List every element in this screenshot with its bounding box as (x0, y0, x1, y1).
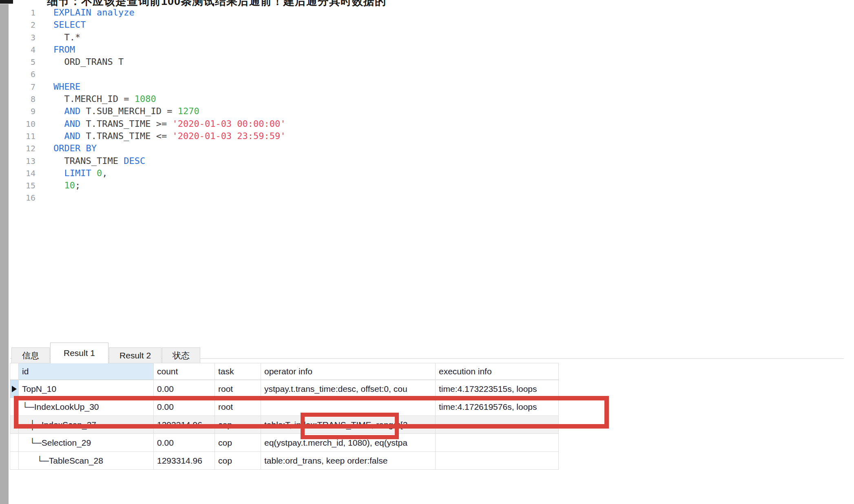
editor-line[interactable]: 10 AND T.TRANS_TIME >= '2020-01-03 00:00… (10, 118, 842, 130)
code-token (91, 168, 97, 178)
editor-line[interactable]: 1EXPLAIN analyze (10, 7, 842, 19)
tab-信息[interactable]: 信息 (11, 347, 50, 363)
column-header-id[interactable]: id (19, 363, 154, 380)
code-token: TRANS_TIME (53, 156, 124, 166)
line-number: 6 (10, 68, 39, 80)
code-token: ORD_TRANS T (53, 57, 124, 67)
clipped-header-text: 细节：不应该是查询前100条测试结果后通前！建后通分具时数据的 (47, 0, 438, 7)
line-number: 7 (10, 81, 39, 93)
code-token: 0 (97, 168, 102, 178)
editor-line[interactable]: 4FROM (10, 44, 842, 56)
code-token (53, 106, 64, 116)
editor-line[interactable]: 16 (10, 192, 842, 204)
code-token: ; (75, 180, 80, 190)
cell-task[interactable]: cop (215, 452, 261, 470)
app-window: 细节：不应该是查询前100条测试结果后通前！建后通分具时数据的 1EXPLAIN… (0, 0, 854, 504)
code-text: AND T.TRANS_TIME <= '2020-01-03 23:59:59… (53, 131, 286, 141)
column-header-execution-info[interactable]: execution info (436, 363, 559, 380)
code-token: T.TRANS_TIME <= (80, 131, 172, 141)
cell-count[interactable]: 0.00 (154, 380, 215, 398)
code-text: ORD_TRANS T (53, 57, 124, 67)
tab-状态[interactable]: 状态 (162, 347, 200, 363)
line-number: 2 (10, 19, 39, 31)
line-number: 1 (10, 7, 39, 19)
row-header-cell[interactable] (10, 434, 19, 452)
editor-line[interactable]: 14 LIMIT 0, (10, 167, 842, 179)
editor-line[interactable]: 7WHERE (10, 81, 842, 93)
grid-row[interactable]: └─TableScan_281293314.96coptable:ord_tra… (10, 452, 559, 470)
code-token: FROM (53, 44, 75, 55)
code-text: FROM (53, 44, 75, 55)
clipped-header-text-content: 细节：不应该是查询前100条测试结果后通前！建后通分具时数据的 (47, 0, 386, 7)
editor-line[interactable]: 9 AND T.SUB_MERCH_ID = 1270 (10, 105, 842, 117)
editor-line[interactable]: 3 T.* (10, 31, 842, 44)
code-token (53, 180, 64, 190)
cell-id[interactable]: └─TableScan_28 (19, 452, 154, 470)
code-token: '2020-01-03 00:00:00' (172, 119, 285, 129)
line-number: 8 (10, 93, 39, 105)
code-text: T.* (53, 32, 80, 42)
code-token: T.TRANS_TIME >= (80, 119, 172, 129)
editor-line[interactable]: 15 10; (10, 179, 842, 192)
cell-execution-info[interactable] (436, 434, 559, 452)
line-number: 16 (10, 192, 39, 204)
cell-id[interactable]: TopN_10 (19, 380, 154, 398)
code-text: WHERE (53, 82, 80, 92)
code-token: T.MERCH_ID = (53, 94, 135, 104)
grid-row[interactable]: TopN_100.00rootystpay.t.trans_time:desc,… (10, 380, 559, 398)
grid-row[interactable]: └─Selection_290.00copeq(ystpay.t.merch_i… (10, 434, 559, 452)
code-token: AND (64, 119, 81, 129)
code-token: , (102, 168, 107, 178)
code-token (53, 168, 64, 178)
cell-execution-info[interactable]: time:4.173223515s, loops (436, 380, 559, 398)
cell-count[interactable]: 0.00 (154, 434, 215, 452)
code-token: ORDER BY (53, 143, 97, 153)
line-number: 12 (10, 142, 39, 155)
code-token: '2020-01-03 23:59:59' (172, 131, 285, 141)
line-number: 5 (10, 56, 39, 68)
code-text: ORDER BY (53, 143, 97, 153)
row-header-cell[interactable] (10, 452, 19, 470)
cell-count[interactable]: 1293314.96 (154, 452, 215, 470)
column-header-operator-info[interactable]: operator info (261, 363, 436, 380)
tab-result-2[interactable]: Result 2 (109, 347, 162, 363)
tab-result-1[interactable]: Result 1 (50, 343, 108, 363)
code-text: AND T.TRANS_TIME >= '2020-01-03 00:00:00… (53, 119, 286, 129)
red-annotation-rect-small (301, 413, 399, 439)
code-token: T.SUB_MERCH_ID = (80, 106, 177, 116)
cell-operator-info[interactable]: table:ord_trans, keep order:false (261, 452, 436, 470)
code-text: T.MERCH_ID = 1080 (53, 94, 156, 104)
line-number: 14 (10, 167, 39, 179)
cell-task[interactable]: cop (215, 434, 261, 452)
line-number: 4 (10, 44, 39, 56)
code-token: T.* (53, 32, 80, 42)
line-number: 11 (10, 130, 39, 142)
editor-line[interactable]: 2SELECT (10, 19, 842, 31)
code-token: AND (64, 131, 81, 141)
cell-id[interactable]: └─Selection_29 (19, 434, 154, 452)
code-token: WHERE (53, 82, 80, 92)
clipped-top-corner (0, 0, 13, 4)
result-tabbar: 信息Result 1Result 2状态 (0, 340, 854, 361)
row-header-cell[interactable] (10, 380, 19, 398)
editor-line[interactable]: 13 TRANS_TIME DESC (10, 155, 842, 167)
left-gutter-strip (0, 4, 9, 504)
editor-line[interactable]: 11 AND T.TRANS_TIME <= '2020-01-03 23:59… (10, 130, 842, 142)
editor-line[interactable]: 5 ORD_TRANS T (10, 56, 842, 68)
editor-line[interactable]: 8 T.MERCH_ID = 1080 (10, 93, 842, 105)
code-text: AND T.SUB_MERCH_ID = 1270 (53, 106, 199, 116)
cell-task[interactable]: root (215, 380, 261, 398)
line-number: 9 (10, 105, 39, 117)
column-header-count[interactable]: count (154, 363, 215, 380)
cell-execution-info[interactable] (436, 452, 559, 470)
cell-operator-info[interactable]: ystpay.t.trans_time:desc, offset:0, cou (261, 380, 436, 398)
editor-line[interactable]: 6 (10, 68, 842, 80)
code-text: 10; (53, 180, 80, 190)
editor-line[interactable]: 12ORDER BY (10, 142, 842, 155)
sql-editor[interactable]: 1EXPLAIN analyze2SELECT3 T.*4FROM5 ORD_T… (10, 7, 842, 204)
code-token: AND (64, 106, 81, 116)
column-header-task[interactable]: task (215, 363, 261, 380)
code-token: 1080 (135, 94, 156, 104)
grid-corner-cell[interactable] (10, 363, 19, 380)
code-text: EXPLAIN analyze (53, 7, 135, 18)
